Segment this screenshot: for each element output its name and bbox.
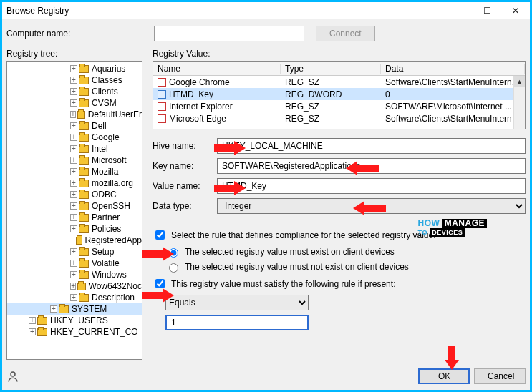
expand-icon[interactable]: + xyxy=(70,225,77,232)
tree-node[interactable]: +HKEY_USERS xyxy=(7,315,142,326)
registry-value-grid[interactable]: Name Type Data Google ChromeREG_SZSoftwa… xyxy=(153,61,526,129)
folder-icon xyxy=(37,328,47,336)
tree-node-label: HKEY_USERS xyxy=(50,315,108,325)
expand-icon[interactable]: + xyxy=(70,283,76,290)
tree-node[interactable]: +Classes xyxy=(7,74,142,86)
col-data[interactable]: Data xyxy=(381,64,525,74)
table-row[interactable]: Internet ExplorerREG_SZSOFTWARE\Microsof… xyxy=(153,100,525,112)
hive-name-input[interactable] xyxy=(217,138,526,154)
table-row[interactable]: Google ChromeREG_SZSoftware\Clients\Star… xyxy=(153,76,525,88)
reg-sz-icon xyxy=(158,102,166,111)
col-name[interactable]: Name xyxy=(153,64,281,74)
key-name-input[interactable] xyxy=(217,158,526,174)
tree-node[interactable]: +Setup xyxy=(7,246,142,258)
col-type[interactable]: Type xyxy=(281,64,381,74)
maximize-button[interactable]: ☐ xyxy=(473,2,501,19)
must-exist-radio[interactable] xyxy=(169,248,178,258)
tree-node[interactable]: +Aquarius xyxy=(7,63,142,74)
tree-node[interactable]: +Wow6432Noc xyxy=(7,280,142,292)
tree-node[interactable]: +CVSM xyxy=(7,97,142,109)
expand-icon[interactable]: + xyxy=(70,202,77,210)
folder-icon xyxy=(79,65,89,73)
tree-node[interactable]: +OpenSSH xyxy=(7,200,142,212)
tree-node[interactable]: +Windows xyxy=(7,269,142,280)
grid-scrollbar[interactable]: ▲ xyxy=(513,76,525,129)
expand-icon[interactable]: + xyxy=(70,248,77,255)
tree-node[interactable]: +Dell xyxy=(7,120,142,132)
tree-node-label: Volatile xyxy=(92,258,120,268)
hive-name-label: Hive name: xyxy=(153,141,217,151)
expand-icon[interactable]: + xyxy=(70,88,77,95)
satisfy-rule-label: This registry value must satisfy the fol… xyxy=(171,279,395,289)
folder-icon xyxy=(76,237,82,245)
reg-sz-icon xyxy=(158,78,166,87)
tree-node-label: Classes xyxy=(92,75,122,85)
satisfy-rule-checkbox[interactable] xyxy=(155,279,165,288)
expand-icon[interactable]: + xyxy=(29,317,36,324)
expand-icon[interactable]: + xyxy=(70,99,77,107)
tree-node[interactable]: +Google xyxy=(7,132,142,143)
folder-icon xyxy=(79,157,89,165)
tree-node[interactable]: +Intel xyxy=(7,143,142,155)
must-not-exist-label: The selected registry value must not exi… xyxy=(185,262,409,272)
scroll-up-icon[interactable]: ▲ xyxy=(514,76,525,87)
table-row[interactable]: HTMD_KeyREG_DWORD0 xyxy=(153,88,525,100)
expand-icon[interactable]: + xyxy=(70,168,77,175)
tree-node[interactable]: +Partner xyxy=(7,212,142,223)
tree-node[interactable]: +Volatile xyxy=(7,258,142,269)
tree-node[interactable]: +Clients xyxy=(7,86,142,97)
tree-node-label: Setup xyxy=(92,247,114,257)
expand-icon[interactable]: + xyxy=(70,122,77,129)
table-row[interactable]: Microsoft EdgeREG_SZSoftware\Clients\Sta… xyxy=(153,112,525,124)
data-type-select[interactable]: Integer xyxy=(217,198,526,214)
tree-node-label: OpenSSH xyxy=(92,201,130,211)
registry-value-label: Registry Value: xyxy=(153,49,526,59)
expand-icon[interactable]: + xyxy=(70,260,77,267)
close-button[interactable]: ✕ xyxy=(501,2,530,19)
folder-icon xyxy=(37,317,47,325)
ok-button[interactable]: OK xyxy=(418,368,470,384)
expand-icon[interactable]: + xyxy=(70,134,77,141)
connect-button: Connect xyxy=(316,26,375,41)
must-not-exist-radio[interactable] xyxy=(169,263,178,273)
expand-icon[interactable]: + xyxy=(70,157,77,164)
expand-icon[interactable]: + xyxy=(70,271,77,278)
tree-node[interactable]: +HKEY_CURRENT_CO xyxy=(7,326,142,338)
expand-icon[interactable]: + xyxy=(70,180,77,187)
operator-select[interactable]: Equals xyxy=(165,295,309,310)
folder-icon xyxy=(79,145,89,153)
folder-icon xyxy=(79,88,89,96)
expand-icon[interactable] xyxy=(70,237,74,244)
minimize-button[interactable]: ─ xyxy=(444,2,473,19)
tree-node-label: Dell xyxy=(92,121,107,131)
expand-icon[interactable]: + xyxy=(29,328,36,335)
tree-node[interactable]: +Description xyxy=(7,292,142,303)
folder-icon xyxy=(79,168,89,176)
computer-name-input[interactable] xyxy=(154,26,304,41)
tree-node[interactable]: +DefaultUserEr xyxy=(7,109,142,120)
expand-icon[interactable]: + xyxy=(70,294,77,301)
cancel-button[interactable]: Cancel xyxy=(474,368,526,384)
expand-icon[interactable]: + xyxy=(70,111,76,118)
tree-node[interactable]: +SYSTEM xyxy=(7,303,142,315)
tree-node-label: SYSTEM xyxy=(72,304,107,314)
registry-tree[interactable]: +Aquarius+Classes+Clients+CVSM+DefaultUs… xyxy=(6,61,142,360)
tree-node[interactable]: RegisteredApp xyxy=(7,235,142,246)
tree-node-label: Description xyxy=(92,293,135,303)
tree-node[interactable]: +Policies xyxy=(7,223,142,235)
expand-icon[interactable]: + xyxy=(50,305,57,313)
value-name-input[interactable] xyxy=(217,178,526,194)
tree-node[interactable]: +Mozilla xyxy=(7,166,142,177)
tree-node[interactable]: +ODBC xyxy=(7,189,142,200)
expand-icon[interactable]: + xyxy=(70,77,77,84)
tree-node[interactable]: +Microsoft xyxy=(7,155,142,166)
expand-icon[interactable]: + xyxy=(70,214,77,221)
expand-icon[interactable]: + xyxy=(70,191,77,198)
tree-node[interactable]: +mozilla.org xyxy=(7,177,142,189)
expand-icon[interactable]: + xyxy=(70,145,77,152)
expand-icon[interactable]: + xyxy=(70,65,77,72)
tree-node-label: Clients xyxy=(92,87,118,97)
select-rule-checkbox[interactable] xyxy=(155,230,165,240)
tree-node-label: DefaultUserEr xyxy=(88,109,142,119)
rule-value-input[interactable] xyxy=(165,315,309,330)
